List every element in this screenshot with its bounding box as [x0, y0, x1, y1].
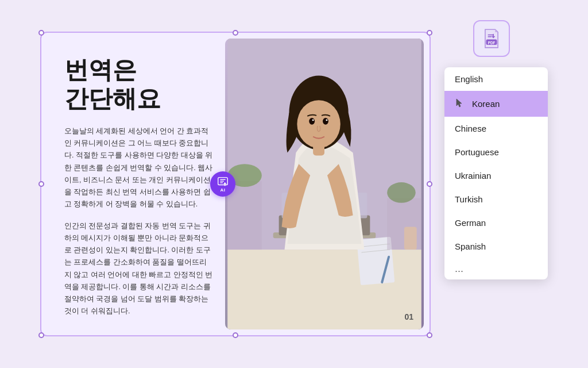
lang-label: Chinese: [455, 124, 486, 133]
lang-item-korean[interactable]: Korean: [444, 91, 548, 117]
lang-item-...[interactable]: ...: [444, 258, 548, 279]
lang-item-ukrainian[interactable]: Ukrainian: [444, 164, 548, 187]
slide-photo: [225, 39, 424, 329]
svg-point-19: [312, 119, 314, 121]
slide-body2: 인간의 전문성과 결합된 자동 번역 도구는 귀하의 메시지가 이해될 뿐만 아…: [64, 220, 214, 318]
pdf-icon[interactable]: PDF: [473, 20, 510, 57]
svg-point-24: [387, 182, 416, 203]
svg-point-18: [323, 118, 328, 125]
lang-label: Spanish: [455, 241, 486, 251]
lang-item-turkish[interactable]: Turkish: [444, 187, 548, 211]
lang-item-german[interactable]: German: [444, 211, 548, 235]
lang-label: ...: [455, 263, 463, 275]
handle-br[interactable]: [427, 332, 432, 338]
lang-label: German: [455, 218, 486, 228]
handle-tr[interactable]: [427, 30, 432, 36]
lang-label: Korean: [472, 99, 500, 109]
lang-label: English: [455, 74, 483, 84]
handle-bc[interactable]: [233, 332, 238, 338]
right-panel: PDF English KoreanChinesePortugueseUkrai…: [444, 20, 548, 279]
text-panel: 번역은 간단해요 오늘날의 세계화된 세상에서 언어 간 효과적인 커뮤니케이션…: [47, 39, 225, 329]
slide-body1: 오늘날의 세계화된 세상에서 언어 간 효과적인 커뮤니케이션은 그 어느 때보…: [64, 125, 214, 211]
language-dropdown: English KoreanChinesePortugueseUkrainian…: [444, 67, 548, 279]
svg-point-16: [297, 100, 340, 148]
lang-item-english[interactable]: English: [444, 67, 548, 91]
page-number: 01: [404, 312, 413, 321]
svg-point-17: [309, 118, 315, 125]
handle-ml[interactable]: [38, 181, 44, 187]
lang-label: Turkish: [455, 194, 483, 204]
main-container: 번역은 간단해요 오늘날의 세계화된 세상에서 언어 간 효과적인 커뮤니케이션…: [40, 32, 548, 336]
handle-mr[interactable]: [427, 181, 432, 187]
slide-title: 번역은 간단해요: [64, 56, 214, 114]
handle-tl[interactable]: [38, 30, 44, 36]
handle-tc[interactable]: [233, 30, 238, 36]
lang-label: Portuguese: [455, 147, 499, 157]
lang-item-chinese[interactable]: Chinese: [444, 117, 548, 140]
ai-label: AI: [220, 187, 226, 193]
lang-label: Ukrainian: [455, 171, 491, 181]
slide-card: 번역은 간단해요 오늘날의 세계화된 세상에서 언어 간 효과적인 커뮤니케이션…: [40, 32, 431, 336]
svg-rect-23: [387, 198, 421, 250]
handle-bl[interactable]: [38, 332, 44, 338]
cursor-icon: [455, 98, 467, 110]
ai-badge: AI: [210, 171, 235, 197]
image-panel: 01: [225, 39, 424, 329]
svg-point-20: [326, 119, 327, 121]
lang-item-portuguese[interactable]: Portuguese: [444, 140, 548, 164]
lang-item-spanish[interactable]: Spanish: [444, 235, 548, 258]
svg-text:PDF: PDF: [488, 41, 496, 45]
